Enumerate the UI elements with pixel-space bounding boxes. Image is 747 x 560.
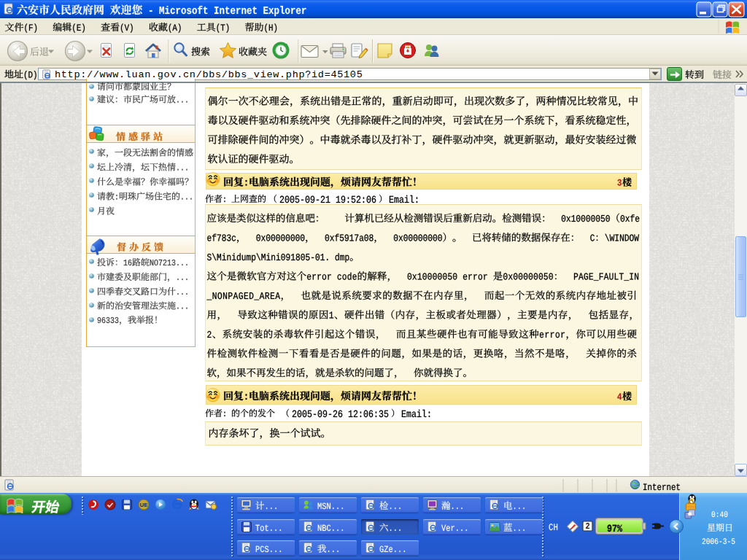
svg-text:2: 2 (586, 522, 590, 530)
svg-text:UE: UE (139, 502, 148, 508)
